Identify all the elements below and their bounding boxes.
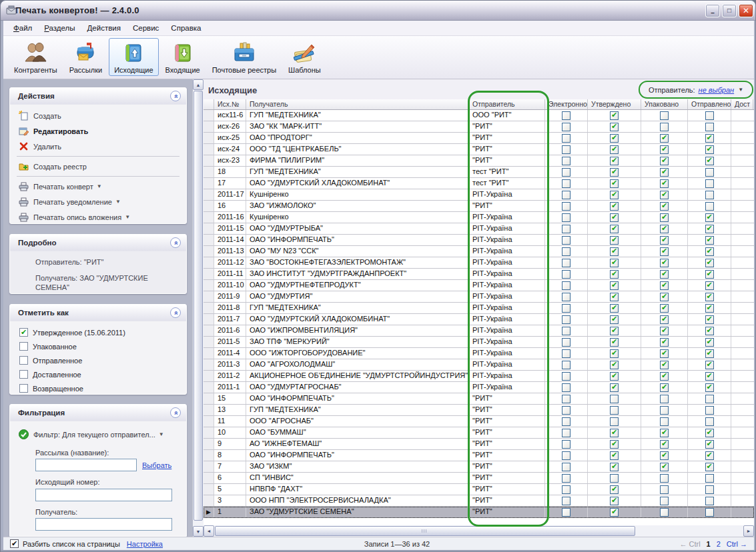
recipient-input[interactable] bbox=[35, 518, 172, 531]
checkbox[interactable]: ✔ bbox=[660, 315, 669, 324]
checkbox[interactable]: ✔ bbox=[610, 202, 619, 211]
cell-electronic-checkbox[interactable] bbox=[545, 257, 588, 268]
row-selector[interactable] bbox=[204, 473, 214, 483]
checkbox[interactable]: ✔ bbox=[19, 370, 28, 379]
cell-packed-checkbox[interactable]: ✔ bbox=[641, 257, 688, 268]
cell-packed-checkbox[interactable]: ✔ bbox=[641, 359, 688, 370]
checkbox[interactable]: ✔ bbox=[610, 179, 619, 188]
cell-approved-checkbox[interactable]: ✔ bbox=[588, 223, 641, 234]
cell-sent-checkbox[interactable] bbox=[688, 473, 731, 483]
checkbox[interactable] bbox=[660, 508, 669, 517]
mark-returned[interactable]: ✔Возвращенное bbox=[10, 381, 186, 395]
collapse-chevron-icon[interactable]: » bbox=[170, 407, 181, 418]
cell-packed-checkbox[interactable]: ✔ bbox=[641, 246, 688, 257]
sender-value-link[interactable]: не выбран bbox=[699, 86, 735, 94]
filter-selector[interactable]: Фильтр: Для текущего отправител...▼ bbox=[10, 427, 186, 442]
cell-electronic-checkbox[interactable] bbox=[545, 189, 588, 200]
checkbox[interactable] bbox=[705, 395, 714, 403]
row-selector[interactable] bbox=[204, 382, 214, 393]
panel-mark-as-header[interactable]: Отметить как » bbox=[10, 305, 186, 321]
close-button[interactable]: ✕ bbox=[739, 4, 753, 17]
checkbox[interactable]: ✔ bbox=[610, 383, 619, 392]
scroll-down-button[interactable]: ▼ bbox=[193, 526, 204, 537]
menu-actions[interactable]: Действия bbox=[81, 22, 127, 34]
cell-electronic-checkbox[interactable] bbox=[545, 144, 588, 155]
checkbox[interactable]: ✔ bbox=[660, 191, 669, 199]
checkbox[interactable] bbox=[562, 349, 571, 358]
cell-packed-checkbox[interactable]: ✔ bbox=[641, 348, 688, 359]
cell-packed-checkbox[interactable]: ✔ bbox=[641, 291, 688, 302]
checkbox[interactable]: ✔ bbox=[660, 259, 669, 267]
checkbox[interactable] bbox=[705, 191, 714, 199]
table-row[interactable]: 2011-12ЗАО "ВОСТОКНЕФТЕГАЗЭЛЕКТРОМОНТАЖ"… bbox=[204, 257, 754, 269]
checkbox[interactable]: ✔ bbox=[610, 361, 619, 369]
action-edit[interactable]: Редактировать bbox=[10, 123, 186, 139]
cell-electronic-checkbox[interactable] bbox=[545, 291, 588, 302]
table-row[interactable]: 2011-7ОАО "УДМУРТСКИЙ ХЛАДОКОМБИНАТ"РІТ-… bbox=[204, 314, 754, 325]
row-selector[interactable] bbox=[204, 291, 214, 302]
cell-electronic-checkbox[interactable] bbox=[545, 155, 588, 166]
checkbox[interactable]: ✔ bbox=[705, 361, 714, 369]
cell-packed-checkbox[interactable]: ✔ bbox=[641, 337, 688, 347]
checkbox[interactable] bbox=[562, 225, 571, 233]
table-row[interactable]: 8ОАО "ИНФОРМПЕЧАТЬ""РИТ"✔✔✔ bbox=[204, 450, 754, 461]
table-row[interactable]: исх-26ЗАО "КК "МАРК-ИТТ""РИТ"✔ bbox=[204, 121, 754, 133]
cell-packed-checkbox[interactable]: ✔ bbox=[641, 212, 688, 223]
title-bar[interactable]: Печать конвертов! — 2.4.0.0 – □ ✕ bbox=[1, 1, 756, 21]
checkbox[interactable] bbox=[660, 111, 669, 120]
checkbox[interactable]: ✔ bbox=[660, 225, 669, 233]
checkbox[interactable] bbox=[562, 191, 571, 199]
row-selector[interactable]: ▶ bbox=[204, 507, 214, 517]
checkbox[interactable]: ✔ bbox=[705, 304, 714, 313]
checkbox[interactable]: ✔ bbox=[705, 259, 714, 267]
checkbox[interactable]: ✔ bbox=[660, 236, 669, 245]
cell-approved-checkbox[interactable]: ✔ bbox=[588, 189, 641, 200]
checkbox[interactable] bbox=[562, 179, 571, 188]
cell-approved-checkbox[interactable] bbox=[588, 393, 641, 404]
cell-approved-checkbox[interactable]: ✔ bbox=[588, 291, 641, 302]
cell-packed-checkbox[interactable]: ✔ bbox=[641, 382, 688, 393]
checkbox[interactable] bbox=[705, 179, 714, 188]
checkbox[interactable]: ✔ bbox=[610, 327, 619, 335]
checkbox[interactable]: ✔ bbox=[610, 236, 619, 245]
table-row[interactable]: 2011-4ООО "ИЖТОРГОБОРУДОВАНИЕ"РІТ-Україн… bbox=[204, 348, 754, 359]
cell-sent-checkbox[interactable]: ✔ bbox=[688, 133, 731, 143]
checkbox[interactable] bbox=[660, 485, 669, 494]
checkbox[interactable]: ✔ bbox=[705, 327, 714, 335]
checkbox[interactable]: ✔ bbox=[705, 451, 714, 460]
row-selector[interactable] bbox=[204, 269, 214, 279]
table-row[interactable]: 2011-3ОАО "АГРОХОЛОДМАШ"РІТ-Україна✔✔✔ bbox=[204, 359, 754, 371]
paginate-checkbox[interactable]: ✔ bbox=[10, 539, 19, 548]
cell-approved-checkbox[interactable]: ✔ bbox=[588, 427, 641, 438]
table-row[interactable]: 3ООО НПП "ЭЛЕКТРОСЕРВИСНАЛАДКА""РИТ"✔ bbox=[204, 495, 754, 507]
row-selector[interactable] bbox=[204, 167, 214, 177]
table-row[interactable]: 7ЗАО "ИЗКМ""РИТ"✔✔✔ bbox=[204, 461, 754, 473]
cell-approved-checkbox[interactable]: ✔ bbox=[588, 495, 641, 506]
cell-sent-checkbox[interactable]: ✔ bbox=[688, 450, 731, 461]
action-create-registry[interactable]: Создать реестр bbox=[10, 159, 186, 174]
cell-approved-checkbox[interactable]: ✔ bbox=[588, 178, 641, 189]
horizontal-scroll-thumb[interactable] bbox=[215, 526, 635, 536]
cell-packed-checkbox[interactable]: ✔ bbox=[641, 280, 688, 291]
row-selector[interactable] bbox=[204, 144, 214, 155]
cell-electronic-checkbox[interactable] bbox=[545, 325, 588, 336]
checkbox[interactable]: ✔ bbox=[610, 134, 619, 143]
checkbox[interactable]: ✔ bbox=[705, 315, 714, 324]
checkbox[interactable]: ✔ bbox=[610, 451, 619, 460]
cell-packed-checkbox[interactable]: ✔ bbox=[641, 450, 688, 461]
cell-approved-checkbox[interactable]: ✔ bbox=[588, 461, 641, 472]
cell-approved-checkbox[interactable] bbox=[588, 473, 641, 483]
cell-electronic-checkbox[interactable] bbox=[545, 280, 588, 291]
checkbox[interactable]: ✔ bbox=[610, 429, 619, 437]
cell-electronic-checkbox[interactable] bbox=[545, 405, 588, 415]
checkbox[interactable]: ✔ bbox=[705, 236, 714, 245]
checkbox[interactable] bbox=[660, 417, 669, 426]
cell-electronic-checkbox[interactable] bbox=[545, 484, 588, 495]
cell-sent-checkbox[interactable] bbox=[688, 110, 731, 121]
cell-packed-checkbox[interactable] bbox=[641, 507, 688, 517]
cell-approved-checkbox[interactable]: ✔ bbox=[588, 450, 641, 461]
toolbar-outgoing[interactable]: Исходящие bbox=[109, 38, 158, 76]
cell-sent-checkbox[interactable]: ✔ bbox=[688, 291, 731, 302]
checkbox[interactable] bbox=[610, 406, 619, 415]
checkbox[interactable] bbox=[562, 111, 571, 120]
